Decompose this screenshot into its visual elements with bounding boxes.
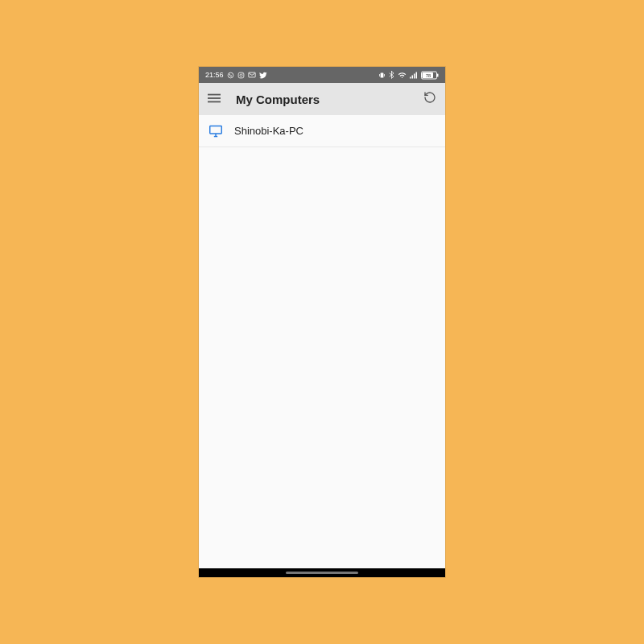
whatsapp-icon bbox=[227, 72, 234, 79]
status-bar: 21:56 bbox=[199, 67, 445, 83]
svg-rect-16 bbox=[208, 97, 221, 99]
svg-rect-15 bbox=[208, 94, 221, 96]
svg-rect-11 bbox=[416, 72, 418, 78]
svg-rect-7 bbox=[384, 74, 385, 76]
monitor-icon bbox=[208, 124, 223, 138]
twitter-icon bbox=[259, 72, 267, 79]
svg-rect-5 bbox=[381, 72, 384, 77]
status-right: 78 bbox=[378, 71, 439, 80]
instagram-icon bbox=[237, 72, 245, 79]
svg-rect-1 bbox=[238, 72, 244, 78]
svg-point-0 bbox=[228, 72, 233, 78]
status-left: 21:56 bbox=[205, 71, 267, 79]
list-item-label: Shinobi-Ka-PC bbox=[234, 125, 303, 137]
nav-bar bbox=[199, 568, 445, 577]
battery-text: 78 bbox=[426, 72, 431, 77]
svg-point-2 bbox=[240, 74, 242, 76]
phone-frame: 21:56 bbox=[199, 67, 445, 577]
status-time: 21:56 bbox=[205, 71, 224, 79]
svg-rect-9 bbox=[412, 75, 414, 78]
refresh-button[interactable] bbox=[423, 92, 437, 106]
computers-list: Shinobi-Ka-PC bbox=[199, 115, 445, 568]
page-title: My Computers bbox=[236, 93, 423, 106]
signal-icon bbox=[410, 72, 418, 79]
refresh-icon bbox=[423, 91, 436, 107]
hamburger-icon bbox=[208, 92, 221, 106]
svg-rect-6 bbox=[379, 74, 380, 76]
svg-rect-17 bbox=[208, 101, 221, 103]
svg-rect-10 bbox=[414, 73, 415, 78]
nav-handle-icon[interactable] bbox=[286, 572, 358, 574]
mail-icon bbox=[248, 72, 256, 78]
svg-rect-13 bbox=[437, 73, 439, 76]
list-item[interactable]: Shinobi-Ka-PC bbox=[199, 115, 445, 147]
app-bar: My Computers bbox=[199, 83, 445, 115]
battery-icon: 78 bbox=[421, 71, 439, 80]
svg-rect-18 bbox=[210, 126, 222, 133]
vibrate-icon bbox=[378, 72, 386, 79]
bluetooth-icon bbox=[389, 71, 394, 79]
svg-point-3 bbox=[242, 73, 243, 74]
wifi-icon bbox=[398, 72, 407, 79]
svg-rect-8 bbox=[410, 76, 411, 78]
menu-button[interactable] bbox=[207, 92, 221, 106]
